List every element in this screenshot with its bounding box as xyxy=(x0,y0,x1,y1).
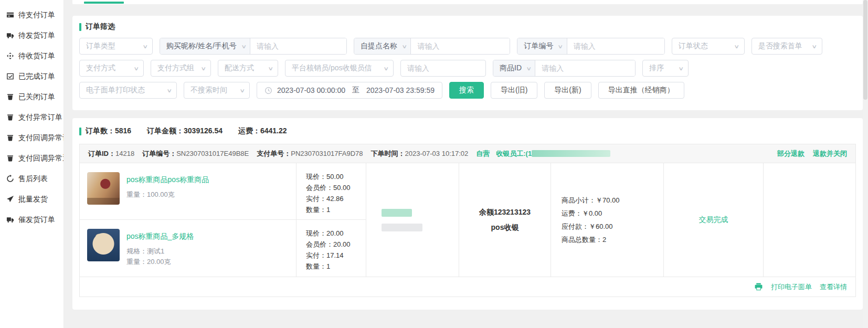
sidebar-item-pending-receive[interactable]: 待收货订单 xyxy=(0,46,63,66)
chevron-down-icon: ∨ xyxy=(678,66,684,71)
buyer-search-combo: 购买昵称/姓名/手机号∨ xyxy=(160,38,347,55)
pickup-name-input[interactable] xyxy=(411,38,510,54)
sidebar-item-closed[interactable]: 已关闭订单 xyxy=(0,87,63,107)
eprint-status-select[interactable]: 电子面单打印状态∨ xyxy=(79,82,177,99)
filter-row-1: 订单类型∨ 购买昵称/姓名/手机号∨ 自提点名称∨ 订单编号∨ xyxy=(79,38,856,55)
amounts-cell: 商品小计：￥70.00 运费：￥0.00 应付款：￥60.00 商品总数量：2 xyxy=(551,163,663,277)
export-direct-button[interactable]: 导出直推（经销商） xyxy=(598,82,684,99)
pay-method-select[interactable]: 支付方式∨ xyxy=(79,60,144,77)
goods-subtotal: 商品小计：￥70.00 xyxy=(562,194,663,207)
tab-bar[interactable] xyxy=(72,0,863,4)
export-new-button[interactable]: 导出(新) xyxy=(544,82,591,99)
summary-text: 订单数：5816 订单金额：3039126.54 运费：6441.22 xyxy=(86,126,301,136)
goods-id-input[interactable] xyxy=(535,60,635,76)
chevron-down-icon: ∨ xyxy=(133,66,139,71)
trash-bucket-icon xyxy=(6,93,14,101)
page-scrollbar xyxy=(863,0,868,328)
export-old-button[interactable]: 导出(旧) xyxy=(491,82,537,99)
buyer-keyword-type-select[interactable]: 购买昵称/姓名/手机号∨ xyxy=(160,38,250,54)
billing-card-icon xyxy=(6,11,14,19)
chevron-down-icon: ∨ xyxy=(241,44,247,49)
sidebar-item-callback-abnormal[interactable]: 支付回调异常订单 xyxy=(0,128,63,148)
date-to-label: 至 xyxy=(352,86,359,95)
total-quantity: 商品总数量：2 xyxy=(562,233,663,246)
search-button[interactable]: 搜索 xyxy=(449,82,484,99)
buyer-keyword-input[interactable] xyxy=(250,38,346,54)
order-pay-no: 支付单号：PN2307031017FA9D78 xyxy=(257,149,363,158)
sidebar-item-batch-ship[interactable]: 批量发货 xyxy=(0,189,63,209)
sidebar-item-pending-payment[interactable]: 待支付订单 xyxy=(0,5,63,25)
self-operated-tag: 自营 xyxy=(476,149,490,158)
sidebar: 待支付订单 待发货订单 待收货订单 已完成订单 已关闭订单 支付异常订单 支付回… xyxy=(0,0,64,328)
receive-icon xyxy=(6,52,14,60)
goods-id-search-combo: 商品ID∨ xyxy=(493,60,636,77)
pay-group-select[interactable]: 支付方式组∨ xyxy=(151,60,211,77)
summary-bar: 订单数：5816 订单金额：3039126.54 运费：6441.22 xyxy=(79,126,856,136)
quantity: 数量：1 xyxy=(306,261,366,272)
redacted-buyer-name xyxy=(382,209,412,217)
first-order-select[interactable]: 是否搜索首单∨ xyxy=(751,38,822,55)
chevron-down-icon: ∨ xyxy=(526,66,532,71)
order-amount: 订单金额：3039126.54 xyxy=(147,126,223,135)
payment-cell: 余额123213123 pos收银 xyxy=(459,163,551,277)
order-status: 交易完成 xyxy=(663,163,763,277)
product-spec: 规格：测试1 xyxy=(126,246,194,257)
aftersale-refresh-icon xyxy=(6,175,14,183)
order-no-input[interactable] xyxy=(567,38,664,54)
order-no-type-select[interactable]: 订单编号∨ xyxy=(517,38,567,54)
green-bar xyxy=(79,23,81,31)
active-tab-indicator xyxy=(84,2,124,4)
order-header-actions: 部分退款 退款并关闭 xyxy=(777,149,847,158)
delivery-method-select[interactable]: 配送方式∨ xyxy=(218,60,278,77)
check-square-icon xyxy=(6,72,14,80)
date-end: 2023-07-03 23:59:59 xyxy=(366,86,435,94)
printer-icon xyxy=(754,282,763,291)
chevron-down-icon: ∨ xyxy=(812,44,818,49)
payable-amount: 应付款：￥60.00 xyxy=(562,220,663,233)
order-footer: 打印电子面单 查看详情 xyxy=(80,277,855,297)
partial-refund-link[interactable]: 部分退款 xyxy=(777,149,805,158)
print-eorder-action[interactable] xyxy=(754,282,763,291)
chevron-down-icon: ∨ xyxy=(383,66,389,71)
chevron-down-icon: ∨ xyxy=(166,88,172,93)
truck-icon xyxy=(6,216,14,224)
sidebar-item-pending-ship[interactable]: 待发货订单 xyxy=(0,25,63,46)
print-eorder-link[interactable]: 打印电子面单 xyxy=(771,282,812,292)
goods-id-type-select[interactable]: 商品ID∨ xyxy=(493,60,535,76)
verifier-select[interactable]: 平台核销员/pos收银员信∨ xyxy=(285,60,394,77)
member-price: 会员价：20.00 xyxy=(306,239,366,250)
sidebar-item-completed[interactable]: 已完成订单 xyxy=(0,66,63,87)
pickup-type-select[interactable]: 自提点名称∨ xyxy=(354,38,411,54)
order-type-select[interactable]: 订单类型∨ xyxy=(79,38,153,55)
paid-price: 实付：42.86 xyxy=(306,193,366,204)
sidebar-item-urge-ship[interactable]: 催发货订单 xyxy=(0,209,63,230)
chevron-down-icon: ∨ xyxy=(142,44,148,49)
sidebar-item-callback-refund[interactable]: 支付回调异常退款 xyxy=(0,148,63,168)
sort-select[interactable]: 排序∨ xyxy=(642,60,689,77)
order-count: 订单数：5816 xyxy=(86,126,131,135)
chevron-down-icon: ∨ xyxy=(200,66,206,71)
sidebar-item-aftersale[interactable]: 售后列表 xyxy=(0,168,63,189)
filter-row-2: 支付方式∨ 支付方式组∨ 配送方式∨ 平台核销员/pos收银员信∨ 商品ID∨ xyxy=(79,60,856,77)
product-name-link[interactable]: pos称重商品pos称重商品 xyxy=(126,175,209,185)
price-cell-2: 现价：20.00 会员价：20.00 实付：17.14 数量：1 xyxy=(296,220,366,277)
order-sn: 订单编号：SN2307031017E49B8E xyxy=(142,149,249,158)
freight-amount: 运费：￥0.00 xyxy=(562,207,663,220)
main-content: 订单筛选 订单类型∨ 购买昵称/姓名/手机号∨ 自提点名称∨ xyxy=(64,0,863,328)
refund-close-link[interactable]: 退款并关闭 xyxy=(813,149,847,158)
paid-price: 实付：17.14 xyxy=(306,250,366,261)
chevron-down-icon: ∨ xyxy=(558,44,564,49)
clock-icon xyxy=(264,87,272,94)
product-name-link[interactable]: pos称重商品_多规格 xyxy=(126,232,194,241)
scrollbar-thumb[interactable] xyxy=(863,0,867,100)
sidebar-item-pay-abnormal[interactable]: 支付异常订单 xyxy=(0,107,63,128)
verifier-input[interactable] xyxy=(400,60,486,77)
trash-bucket-icon xyxy=(6,154,14,162)
date-range-picker[interactable]: 2023-07-03 00:00:00 至 2023-07-03 23:59:5… xyxy=(257,82,442,99)
date-start: 2023-07-03 00:00:00 xyxy=(277,86,345,94)
product-image xyxy=(87,172,120,205)
view-detail-link[interactable]: 查看详情 xyxy=(820,282,847,292)
product-image xyxy=(87,229,120,261)
order-status-select[interactable]: 订单状态∨ xyxy=(672,38,745,55)
no-time-select[interactable]: 不搜索时间∨ xyxy=(184,82,250,99)
